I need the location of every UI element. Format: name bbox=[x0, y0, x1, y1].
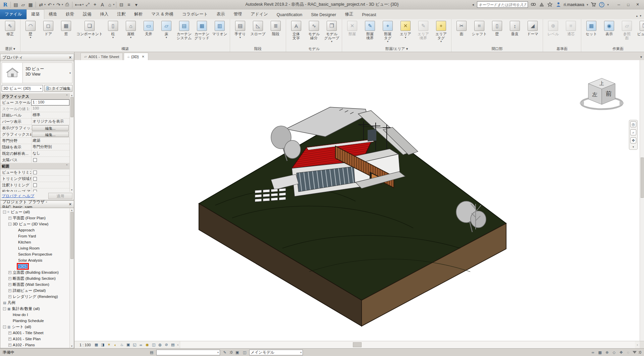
edit-button[interactable]: 編集... bbox=[32, 132, 69, 137]
ribbon-button-セット[interactable]: ▦セット bbox=[583, 20, 600, 46]
ribbon-button-壁[interactable]: ▯壁 bbox=[488, 20, 506, 46]
open-icon[interactable]: ▱ bbox=[20, 1, 26, 8]
view-scale-control[interactable]: 1 : 100 bbox=[77, 342, 93, 348]
tree-item-How do I[interactable]: How do I bbox=[0, 312, 69, 318]
ribbon-button-天井[interactable]: ▭天井 bbox=[140, 20, 157, 46]
view-cube[interactable]: 上 左 前 bbox=[577, 74, 627, 116]
selection-filter-icon[interactable] bbox=[633, 351, 637, 354]
tree-item-断面図 (Wall Section)[interactable]: +断面図 (Wall Section) bbox=[0, 281, 69, 287]
revit-logo[interactable]: R bbox=[2, 1, 9, 8]
ribbon-button-エリアタグ[interactable]: ⌖エリア タグ▼ bbox=[432, 20, 450, 46]
navbar-caret-icon[interactable]: ▾ bbox=[633, 145, 634, 148]
ribbon-tab-マス & 外構[interactable]: マス & 外構 bbox=[147, 10, 178, 19]
select-by-face-icon[interactable]: ◇ bbox=[611, 350, 617, 355]
ribbon-button-ドーマ[interactable]: ◢ドーマ bbox=[524, 20, 541, 46]
instance-selector-combobox[interactable]: 3D ビュー: {3D}▾ bbox=[2, 85, 43, 92]
measure-icon-caret[interactable]: ▾ bbox=[82, 3, 84, 6]
properties-help-link[interactable]: プロパティ ヘルプ bbox=[2, 193, 34, 198]
ribbon-button-表示[interactable]: ◉表示 bbox=[600, 20, 618, 46]
panel-label-基準面[interactable]: 基準面 bbox=[543, 46, 581, 52]
user-menu-caret-icon[interactable]: ▾ bbox=[587, 3, 588, 6]
ribbon-button-モデル線分[interactable]: ∿モデル 線分 bbox=[305, 20, 323, 46]
close-button[interactable]: ✕ bbox=[633, 1, 642, 8]
expand-icon[interactable]: + bbox=[8, 331, 11, 335]
panel-label-部屋/エリア[interactable]: 部屋/エリア ▾ bbox=[342, 46, 451, 52]
expand-icon[interactable]: + bbox=[8, 344, 11, 347]
detail-level-icon[interactable]: ▦ bbox=[94, 342, 99, 348]
scroll-right-icon[interactable]: › bbox=[635, 343, 640, 347]
ribbon-button-立体文字[interactable]: A立体 文字 bbox=[287, 20, 305, 46]
help-icon[interactable]: ? bbox=[599, 2, 605, 8]
expand-icon[interactable]: + bbox=[8, 338, 11, 341]
visual-style-icon[interactable]: ◨ bbox=[100, 342, 106, 348]
ribbon-button-壁[interactable]: ◠壁▼ bbox=[22, 20, 39, 46]
select-pinned-icon[interactable]: ⊕ bbox=[604, 350, 610, 355]
ribbon-tab-構造[interactable]: 構造 bbox=[44, 10, 61, 19]
reveal-constraints-icon[interactable]: ⊘ bbox=[164, 342, 169, 348]
panel-label-作業面[interactable]: 作業面 bbox=[581, 46, 644, 52]
property-value[interactable]: 1 : 100 bbox=[31, 99, 69, 105]
temporary-hide-isolate-icon[interactable]: ∞ bbox=[138, 342, 144, 348]
transfer-icon[interactable]: ⇄ bbox=[38, 1, 44, 8]
ribbon-tab-管理[interactable]: 管理 bbox=[229, 10, 247, 19]
steering-wheel-icon[interactable]: ◎ bbox=[630, 121, 636, 127]
search-input[interactable] bbox=[477, 1, 528, 8]
transfer-icon-caret[interactable]: ▾ bbox=[44, 3, 46, 6]
thin-lines-icon[interactable]: ≡ bbox=[125, 1, 132, 8]
ribbon-button-部屋タグ[interactable]: ⌖部屋 タグ▼ bbox=[379, 20, 396, 46]
tree-item-Approach[interactable]: Approach bbox=[0, 227, 69, 233]
ribbon-button-部屋境界[interactable]: ✎部屋 境界 bbox=[361, 20, 379, 46]
communication-center-icon[interactable] bbox=[539, 2, 545, 8]
search-icon[interactable] bbox=[530, 2, 536, 8]
checkbox-unchecked[interactable] bbox=[33, 158, 37, 162]
select-links-icon[interactable]: ∞ bbox=[590, 350, 596, 355]
section-collapse-icon[interactable]: ⌃ bbox=[65, 164, 68, 168]
help-caret-icon[interactable]: ▾ bbox=[607, 3, 609, 6]
drag-on-selection-icon[interactable]: ✥ bbox=[619, 350, 624, 355]
ui-views-icon[interactable]: ▤ bbox=[12, 1, 19, 8]
redo-icon[interactable]: ↷ bbox=[55, 1, 62, 8]
ribbon-tab-注釈[interactable]: 注釈 bbox=[113, 10, 130, 19]
tree-item-From Yard[interactable]: From Yard bbox=[0, 233, 69, 239]
zoom-icon[interactable]: ⌕ bbox=[630, 129, 636, 135]
tree-item-Section Perspective[interactable]: Section Perspective bbox=[0, 251, 69, 257]
ribbon-tab-修正[interactable]: 修正 bbox=[340, 10, 358, 19]
rendering-dialog-icon[interactable]: ♨ bbox=[119, 342, 125, 348]
favorites-star-icon[interactable] bbox=[547, 2, 553, 8]
ribbon-button-面[interactable]: ✂面 bbox=[453, 20, 470, 46]
properties-scrollbar[interactable]: ▲ ▼ bbox=[69, 93, 74, 192]
expand-icon[interactable]: + bbox=[8, 295, 11, 298]
expand-icon[interactable]: + bbox=[8, 271, 11, 274]
tree-item-Solar Analysis[interactable]: Solar Analysis bbox=[0, 257, 69, 263]
property-value[interactable]: 標準 bbox=[31, 112, 69, 118]
checkbox-unchecked[interactable] bbox=[33, 171, 37, 174]
panel-label-開口部[interactable]: 開口部 bbox=[451, 46, 543, 52]
type-selector-caret-icon[interactable]: ▾ bbox=[69, 72, 72, 75]
undo-icon[interactable]: ↶ bbox=[46, 1, 53, 8]
checkbox-unchecked[interactable] bbox=[33, 177, 37, 181]
scroll-down-icon[interactable]: ▼ bbox=[71, 344, 73, 348]
view-tab-A001 - Title Sheet[interactable]: ▱A001 - Title Sheet bbox=[80, 53, 123, 60]
aligned-dimension-icon[interactable]: ⤢ bbox=[84, 1, 91, 8]
ribbon-button-柱[interactable]: ▯柱▼ bbox=[104, 20, 122, 46]
expand-icon[interactable]: + bbox=[8, 289, 11, 292]
text-icon[interactable]: A bbox=[99, 1, 106, 8]
minimize-button[interactable]: ─ bbox=[614, 1, 623, 8]
ribbon-button-ドア[interactable]: ◻ドア bbox=[40, 20, 57, 46]
property-section-グラフィックス[interactable]: グラフィックス⌃ bbox=[0, 93, 69, 99]
collapse-icon[interactable]: − bbox=[3, 325, 6, 328]
tag-icon[interactable]: ⌖ bbox=[92, 1, 98, 8]
tree-item-A001 - Title Sheet[interactable]: +A001 - Title Sheet bbox=[0, 330, 69, 336]
ribbon-button-スロープ[interactable]: ◺スロープ bbox=[249, 20, 267, 46]
ribbon-button-手すり[interactable]: ▤手すり▼ bbox=[231, 20, 249, 46]
pan-icon[interactable]: ✥ bbox=[630, 137, 636, 143]
design-option-combobox[interactable]: メインモデル▾ bbox=[249, 350, 303, 355]
section-icon[interactable]: ⊟ bbox=[118, 1, 125, 8]
drawing-area[interactable]: 上 左 前 ◎ ⌕ ✥ ▾ bbox=[74, 60, 640, 341]
print-icon[interactable]: ⎙ bbox=[64, 1, 70, 8]
ribbon-button-垂直[interactable]: ↕垂直 bbox=[506, 20, 524, 46]
edit-type-button[interactable]: タイプ編集 bbox=[44, 85, 72, 92]
tree-item-3D ビュー (3D View)[interactable]: −3D ビュー (3D View) bbox=[0, 221, 69, 227]
tree-item-断面図 (Building Section)[interactable]: +断面図 (Building Section) bbox=[0, 275, 69, 281]
ribbon-button-シャフト[interactable]: ⌗シャフト bbox=[471, 20, 488, 46]
